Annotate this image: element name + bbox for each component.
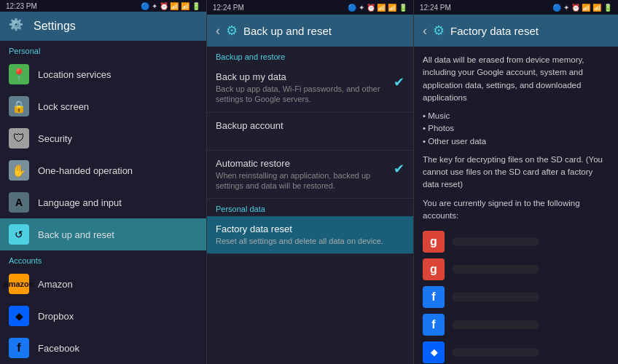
sidebar-item-amazon[interactable]: amazon Amazon — [0, 268, 206, 300]
amazon-label: Amazon — [38, 279, 73, 290]
account-row-facebook2: f — [423, 311, 609, 339]
backup-header-icon: ⚙ — [226, 23, 238, 39]
time-left: 12:23 PM — [6, 2, 37, 10]
account-row-dropbox: ◆ — [423, 339, 609, 364]
backup-restore-label: Backup and restore — [207, 47, 413, 64]
setting-backup-account[interactable]: Backup account — [207, 113, 413, 151]
security-icon: 🛡 — [9, 128, 29, 149]
backup-data-check[interactable]: ✔ — [394, 74, 404, 90]
settings-title: Settings — [34, 20, 76, 33]
factory-header-icon: ⚙ — [433, 23, 445, 39]
language-label: Language and input — [38, 197, 122, 208]
section-personal-label: Personal — [0, 41, 206, 58]
location-icon: 📍 — [9, 64, 29, 84]
sidebar-item-language[interactable]: A Language and input — [0, 186, 206, 218]
sidebar-item-facebook[interactable]: f Facebook — [0, 332, 206, 364]
dropbox-icon: ◆ — [9, 306, 29, 326]
language-icon: A — [9, 192, 29, 213]
back-up-header: ‹ ⚙ Back up and reset — [207, 15, 413, 47]
facebook2-icon: f — [423, 314, 445, 336]
status-bar-left: 12:23 PM 🔵 ✦ ⏰ 📶 📶 🔋 — [0, 0, 206, 12]
setting-backup-data[interactable]: Back up my data Back up app data, Wi-Fi … — [207, 64, 413, 113]
status-icons-left: 🔵 ✦ ⏰ 📶 📶 🔋 — [141, 2, 200, 10]
sidebar-item-location[interactable]: 📍 Location services — [0, 58, 206, 90]
facebook-icon: f — [9, 338, 29, 358]
factory-reset-desc: Reset all settings and delete all data o… — [216, 236, 404, 246]
lock-icon: 🔒 — [9, 96, 29, 116]
accounts-intro: You are currently signed in to the follo… — [423, 197, 609, 223]
security-label: Security — [38, 133, 72, 144]
facebook2-name — [452, 320, 539, 329]
account-row-google1: g — [423, 228, 609, 256]
google1-name — [452, 237, 539, 246]
time-middle: 12:24 PM — [213, 4, 244, 12]
factory-reset-title: Factory data reset — [216, 223, 404, 234]
gear-icon: ⚙️ — [9, 17, 26, 35]
sd-card-text: The key for decrypting files on the SD c… — [423, 154, 609, 191]
back-arrow-right-icon[interactable]: ‹ — [423, 23, 427, 39]
google2-name — [452, 265, 539, 274]
onehand-label: One-handed operation — [38, 165, 133, 176]
lock-label: Lock screen — [38, 101, 89, 112]
sidebar-item-dropbox[interactable]: ◆ Dropbox — [0, 300, 206, 332]
time-right: 12:24 PM — [420, 4, 451, 12]
status-bar-middle: 12:24 PM 🔵 ✦ ⏰ 📶 📶 🔋 — [207, 0, 413, 15]
back-arrow-icon[interactable]: ‹ — [216, 23, 220, 39]
backup-data-desc: Back up app data, Wi-Fi passwords, and o… — [216, 84, 388, 105]
sidebar-item-lock[interactable]: 🔒 Lock screen — [0, 90, 206, 122]
account-row-facebook1: f — [423, 283, 609, 311]
setting-auto-restore[interactable]: Automatic restore When reinstalling an a… — [207, 151, 413, 199]
section-accounts-label: Accounts — [0, 250, 206, 268]
setting-factory-reset[interactable]: Factory data reset Reset all settings an… — [207, 216, 413, 254]
amazon-icon: amazon — [9, 274, 29, 294]
right-panel: 12:24 PM 🔵 ✦ ⏰ 📶 📶 🔋 ‹ ⚙ Factory data re… — [414, 0, 618, 364]
settings-header: ⚙️ Settings — [0, 12, 206, 41]
backup-header-title: Back up and reset — [243, 25, 332, 37]
google1-icon: g — [423, 231, 445, 253]
sidebar-item-backup[interactable]: ↺ Back up and reset — [0, 218, 206, 250]
data-items-list: • Music• Photos• Other user data — [423, 110, 609, 148]
dropbox-label: Dropbox — [38, 311, 74, 322]
personal-data-label: Personal data — [207, 199, 413, 216]
auto-restore-desc: When reinstalling an application, backed… — [216, 170, 388, 191]
backup-data-title: Back up my data — [216, 71, 388, 82]
middle-panel: 12:24 PM 🔵 ✦ ⏰ 📶 📶 🔋 ‹ ⚙ Back up and res… — [207, 0, 414, 364]
status-bar-right: 12:24 PM 🔵 ✦ ⏰ 📶 📶 🔋 — [414, 0, 618, 15]
onehand-icon: ✋ — [9, 160, 29, 181]
warning-text: All data will be erased from device memo… — [423, 54, 609, 104]
factory-reset-content: All data will be erased from device memo… — [414, 47, 618, 364]
backup-account-title: Backup account — [216, 120, 404, 131]
location-label: Location services — [38, 69, 111, 80]
backup-icon: ↺ — [9, 224, 29, 245]
auto-restore-title: Automatic restore — [216, 158, 388, 169]
facebook1-name — [452, 293, 539, 301]
google2-icon: g — [423, 258, 445, 280]
left-panel: 12:23 PM 🔵 ✦ ⏰ 📶 📶 🔋 ⚙️ Settings Persona… — [0, 0, 207, 364]
auto-restore-check[interactable]: ✔ — [394, 161, 404, 177]
time: 12:23 PM — [6, 2, 37, 10]
factory-reset-header: ‹ ⚙ Factory data reset — [414, 15, 618, 47]
sidebar-item-onehand[interactable]: ✋ One-handed operation — [0, 154, 206, 186]
dropbox-account-name — [452, 348, 539, 357]
backup-label: Back up and reset — [38, 229, 114, 240]
dropbox-account-icon: ◆ — [423, 341, 445, 363]
facebook-label: Facebook — [38, 343, 79, 354]
account-row-google2: g — [423, 256, 609, 283]
facebook1-icon: f — [423, 286, 445, 308]
sidebar-item-security[interactable]: 🛡 Security — [0, 122, 206, 154]
factory-reset-header-title: Factory data reset — [450, 25, 539, 37]
